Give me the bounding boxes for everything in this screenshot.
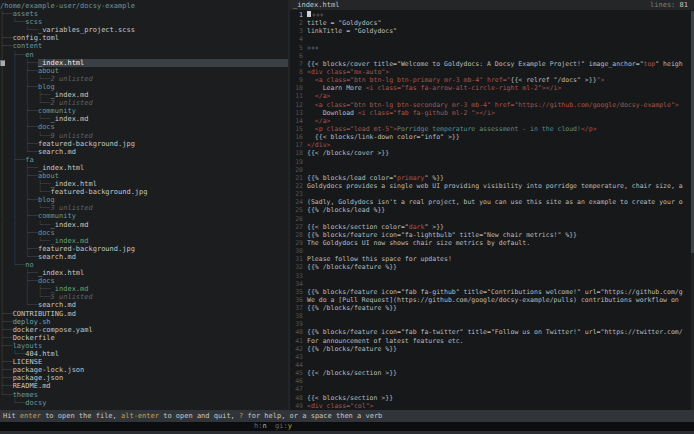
tree-row[interactable]: ├──docker-compose.yaml — [0, 326, 290, 334]
code-segment: +++ — [307, 44, 319, 52]
code-text: </a> — [307, 117, 330, 125]
tree-entry-name: fa — [25, 156, 33, 164]
code-text: {{< /blocks/section >}} — [307, 369, 397, 377]
tree-entry-name: en — [25, 51, 33, 59]
tree-row[interactable]: └──themes — [0, 391, 290, 399]
code-line: 4 — [290, 35, 690, 43]
tree-row[interactable]: │ └──404.html — [0, 350, 290, 358]
tree-row[interactable]: │ │ ├──community — [0, 212, 290, 220]
tree-branch-lines: │ └── — [0, 301, 38, 309]
code-text: {{< blocks/cover title="Welcome to Goldy… — [307, 60, 683, 68]
line-number: 12 — [290, 101, 303, 109]
tree-row[interactable]: ├──content — [0, 42, 290, 50]
line-number: 15 — [290, 125, 303, 133]
tree-row[interactable]: ├──CONTRIBUTING.md — [0, 310, 290, 318]
tree-row[interactable]: │ │ │ └──_index.md — [0, 237, 290, 245]
tree-row-unlisted[interactable]: │ │ │ └──9 unlisted — [0, 132, 290, 140]
tree-row[interactable]: │ └──no — [0, 261, 290, 269]
tree-entry-name: search.md — [38, 253, 76, 261]
tree-row[interactable]: │ │ └──search.md — [0, 148, 290, 156]
tree-row[interactable]: ├──deploy.sh — [0, 318, 290, 326]
line-number: 7 — [290, 60, 303, 68]
code-segment: title = "Goldydocs" — [307, 19, 381, 27]
line-number: 34 — [290, 280, 303, 288]
code-segment: <div class="col"> — [307, 402, 374, 410]
tree-row[interactable]: │ │ ├──_index.html — [0, 59, 290, 67]
line-number: 27 — [290, 223, 303, 231]
code-text: linkTitle = "Goldydocs" — [307, 27, 397, 35]
tree-row[interactable]: │ ├──fa — [0, 156, 290, 164]
tree-row[interactable]: ├──Dockerfile — [0, 334, 290, 342]
tree-row[interactable]: ├──config.toml — [0, 34, 290, 42]
tree-entry-name: themes — [13, 391, 38, 399]
code-line: 6 — [290, 52, 690, 60]
tree-branch-lines: │ │ ├── — [0, 245, 38, 253]
tree-row[interactable]: │ │ │ ├──_index.html — [0, 180, 290, 188]
code-line: 22Goldydocs provides a single web UI pro… — [290, 182, 690, 190]
tree-branch-lines: │ │ ├── — [0, 164, 38, 172]
code-line: 5+++ — [290, 44, 690, 52]
tree-row[interactable]: └──docsy — [0, 399, 290, 407]
tree-row[interactable]: │ │ ├──docs — [0, 229, 290, 237]
tree-entry-name: search.md — [38, 148, 76, 156]
line-number: 35 — [290, 288, 303, 296]
tree-row[interactable]: ├──LICENSE — [0, 358, 290, 366]
tree-row[interactable]: │ │ │ ├──_index.md — [0, 91, 290, 99]
line-number: 40 — [290, 328, 303, 336]
tree-row-unlisted[interactable]: │ │ │ └──2 unlisted — [0, 99, 290, 107]
tree-row[interactable]: │ │ ├──docs — [0, 123, 290, 131]
tree-row[interactable]: │ │ ├──featured-background.jpg — [0, 245, 290, 253]
tree-row[interactable]: │ │ │ └──_index.md — [0, 221, 290, 229]
line-number: 48 — [290, 394, 303, 402]
code-segment: {{% /blocks/feature %}} — [307, 263, 397, 271]
tree-entry-name: _index.html — [51, 180, 97, 188]
file-tree-pane[interactable]: /home/example-user/docsy-example├──asset… — [0, 0, 290, 410]
line-number: 26 — [290, 215, 303, 223]
code-line: 32{{% /blocks/feature %}} — [290, 263, 690, 271]
line-number: 18 — [290, 149, 303, 157]
tree-branch-lines: ├── — [0, 342, 13, 350]
tree-branch-lines: │ │ ├── — [0, 172, 38, 180]
tree-row[interactable]: │ │ ├──featured-background.jpg — [0, 140, 290, 148]
code-line: 34 — [290, 280, 690, 288]
tree-row[interactable]: │ │ ├──_index.html — [0, 164, 290, 172]
tree-branch-lines: │ │ ├── — [0, 67, 38, 75]
tree-row[interactable]: ├──layouts — [0, 342, 290, 350]
code-segment: <i class="fab fa-github ml-2 "></i> — [358, 109, 495, 117]
tree-root-path[interactable]: /home/example-user/docsy-example — [0, 2, 290, 10]
code-line: 27{{< blocks/section color="dark" >}} — [290, 223, 690, 231]
tree-branch-lines: │ │ │ ├── — [0, 180, 51, 188]
tree-row[interactable]: │ │ ├──about — [0, 67, 290, 75]
code-line: 20 — [290, 166, 690, 174]
line-number: 46 — [290, 377, 303, 385]
tree-row[interactable]: │ │ ├──about — [0, 172, 290, 180]
code-text: </a> — [307, 92, 330, 100]
code-line: 14 </a> — [290, 117, 690, 125]
preview-pane: _index.html lines: 81 1+++2title = "Gold… — [290, 0, 694, 410]
line-number: 11 — [290, 92, 303, 100]
code-line: 11 </a> — [290, 92, 690, 100]
tree-row[interactable]: ├──README.md — [0, 382, 290, 390]
tree-entry-name: search.md — [38, 301, 76, 309]
line-number: 24 — [290, 198, 303, 206]
code-segment: Learn More — [307, 84, 366, 92]
tree-row[interactable]: │ │ ├──blog — [0, 83, 290, 91]
code-line: 17</div> — [290, 141, 690, 149]
tree-row[interactable]: │ └──search.md — [0, 301, 290, 309]
code-text: {{% /blocks/lead %}} — [307, 206, 385, 214]
status-text: Hit — [3, 412, 20, 420]
code-segment: {{% blocks/feature icon="fa-lightbulb" t… — [307, 231, 577, 239]
code-text: </div> — [307, 141, 330, 149]
tree-entry-name: no — [25, 261, 33, 269]
code-line: 42{{% /blocks/feature %}} — [290, 345, 690, 353]
tree-row[interactable]: │ │ └──search.md — [0, 253, 290, 261]
tree-row-unlisted[interactable]: │ │ │ └──2 unlisted — [0, 75, 290, 83]
tree-branch-lines: │ ├── — [0, 269, 38, 277]
code-text: {{% /blocks/feature %}} — [307, 304, 397, 312]
tree-row[interactable]: │ ├──_index.html — [0, 269, 290, 277]
tree-row[interactable]: ├──assets — [0, 10, 290, 18]
command-input-bar[interactable]: :e h:n gi:y — [0, 422, 694, 431]
code-text: Goldydocs provides a single web UI provi… — [307, 182, 683, 190]
tree-row[interactable]: │ ├──en — [0, 51, 290, 59]
code-line: 12 <a class="btn btn-lg btn-secondary mr… — [290, 101, 690, 109]
